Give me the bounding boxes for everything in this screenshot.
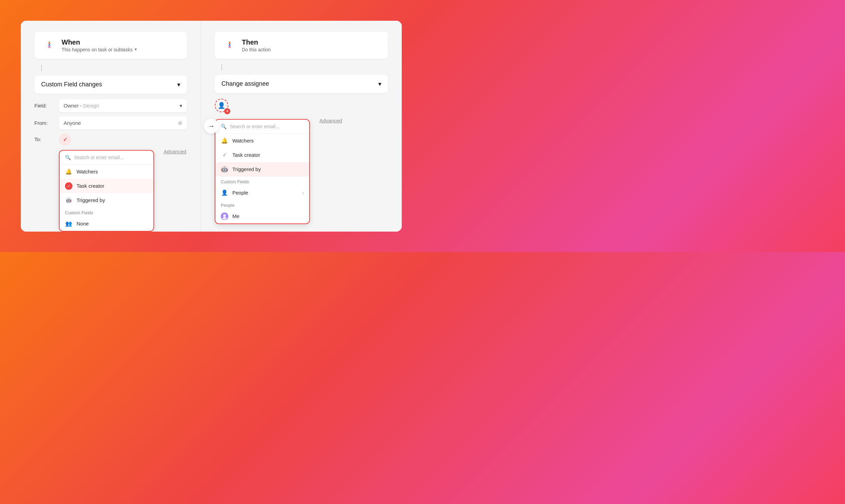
right-watchers-label: Watchers	[232, 138, 254, 144]
svg-point-4	[222, 217, 227, 220]
left-item-task-creator[interactable]: ✓ Task creator	[60, 179, 153, 193]
from-value: Anyone	[64, 120, 81, 126]
field-label: Field:	[34, 103, 55, 108]
right-task-creator-label: Task creator	[232, 152, 260, 158]
when-card: When This happens on task or subtasks ▾	[34, 32, 187, 59]
left-search-icon: 🔍	[65, 155, 71, 160]
to-checkmark: ✓	[63, 136, 67, 143]
action-chevron: ▾	[378, 80, 381, 88]
right-people-icon: 👤	[221, 189, 228, 197]
right-search-icon: 🔍	[221, 124, 227, 129]
me-label: Me	[232, 213, 239, 219]
people-icon: 👥	[65, 220, 72, 228]
check-icon: ✓	[65, 182, 72, 190]
right-logo-icon	[223, 38, 236, 52]
people-left: 👤 People	[221, 189, 248, 197]
triggered-by-label: Triggered by	[77, 197, 105, 203]
to-label: To:	[34, 134, 55, 142]
from-add-icon: ⊕	[178, 120, 182, 126]
person-icon: 👤	[218, 102, 225, 109]
left-dropdown-popup: 🔍 Search or enter email... 🔔 Watchers ✓ …	[59, 150, 154, 232]
right-custom-fields-header: Custom Fields	[215, 177, 309, 186]
from-select[interactable]: Anyone ⊕	[59, 116, 187, 130]
add-assignee-icon[interactable]: 👤 +	[215, 99, 230, 114]
right-dropdown-popup: 🔍 Search or enter email... 🔔 Watchers ✓ …	[215, 119, 310, 224]
when-chevron[interactable]: ▾	[135, 47, 137, 52]
left-dashed-line	[41, 65, 42, 71]
to-value[interactable]: ✓	[59, 134, 71, 146]
right-item-people[interactable]: 👤 People ›	[215, 186, 309, 200]
main-container: When This happens on task or subtasks ▾ …	[21, 21, 402, 232]
to-row: To: ✓	[34, 134, 187, 146]
trigger-dropdown[interactable]: Custom Field changes ▾	[34, 75, 187, 94]
right-action-dropdown[interactable]: Change assignee ▾	[215, 75, 388, 93]
then-card: Then Do this action	[215, 32, 388, 59]
right-item-me[interactable]: Me	[215, 209, 309, 223]
left-item-none[interactable]: 👥 None	[60, 217, 153, 231]
left-panel: When This happens on task or subtasks ▾ …	[21, 21, 201, 232]
right-search-row[interactable]: 🔍 Search or enter email...	[215, 120, 309, 134]
field-select[interactable]: Owner - Design ▾	[59, 99, 187, 112]
right-bell-icon: 🔔	[221, 137, 228, 145]
svg-point-3	[223, 214, 226, 217]
when-subtitle: This happens on task or subtasks	[62, 47, 133, 52]
right-triggered-by-label: Triggered by	[232, 166, 261, 172]
plus-badge: +	[224, 108, 230, 114]
right-people-header: People	[215, 200, 309, 209]
right-trigger-icon: 🤖	[221, 166, 228, 173]
watchers-label: Watchers	[77, 169, 98, 174]
right-advanced-link[interactable]: Advanced	[319, 118, 342, 123]
right-people-label: People	[232, 190, 248, 196]
from-row: From: Anyone ⊕	[34, 116, 187, 130]
right-check-icon: ✓	[221, 151, 228, 159]
then-title: Then	[242, 38, 271, 46]
trigger-label: Custom Field changes	[41, 81, 102, 88]
right-panel: Then Do this action Change assignee ▾ 👤 …	[201, 21, 402, 232]
right-search-input[interactable]: Search or enter email...	[230, 124, 280, 129]
from-label: From:	[34, 120, 55, 126]
trigger-chevron: ▾	[177, 81, 180, 88]
left-item-watchers[interactable]: 🔔 Watchers	[60, 165, 153, 179]
right-item-task-creator[interactable]: ✓ Task creator	[215, 148, 309, 162]
then-card-text: Then Do this action	[242, 38, 271, 52]
when-title: When	[62, 38, 137, 46]
people-chevron-icon: ›	[302, 190, 304, 196]
left-custom-fields-header: Custom Fields	[60, 207, 153, 217]
me-avatar	[221, 213, 228, 220]
field-chevron: ▾	[180, 103, 182, 109]
left-item-triggered-by[interactable]: 🤖 Triggered by	[60, 193, 153, 207]
left-search-row[interactable]: 🔍 Search or enter email...	[60, 151, 153, 165]
action-label: Change assignee	[221, 80, 269, 87]
left-advanced-link[interactable]: Advanced	[164, 149, 186, 154]
none-label: None	[77, 221, 89, 226]
then-subtitle: Do this action	[242, 47, 271, 52]
left-search-input[interactable]: Search or enter email...	[74, 155, 124, 160]
bell-icon: 🔔	[65, 168, 72, 175]
left-logo-icon	[43, 38, 56, 52]
trigger-icon: 🤖	[65, 197, 72, 204]
arrow-icon: →	[208, 122, 215, 130]
right-item-triggered-by[interactable]: 🤖 Triggered by	[215, 162, 309, 177]
field-row: Field: Owner - Design ▾	[34, 99, 187, 112]
arrow-circle: →	[204, 119, 219, 134]
right-dashed-line	[221, 64, 222, 71]
when-card-text: When This happens on task or subtasks ▾	[62, 38, 137, 52]
field-value: Owner - Design	[64, 103, 99, 108]
task-creator-label: Task creator	[77, 183, 104, 189]
right-item-watchers[interactable]: 🔔 Watchers	[215, 134, 309, 148]
